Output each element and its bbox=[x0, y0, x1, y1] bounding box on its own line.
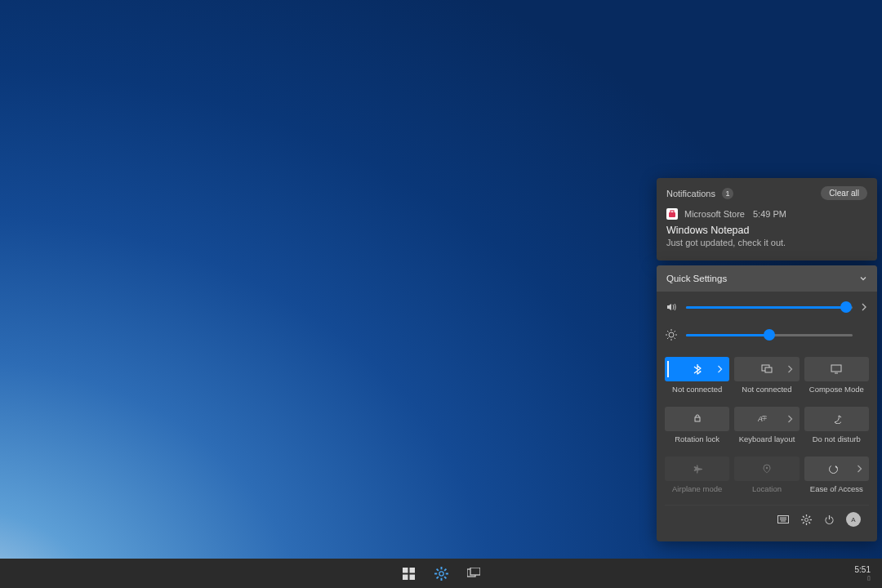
rotation-lock-icon bbox=[692, 414, 703, 424]
keyboard-tile-wrap: A字 Keyboard layout bbox=[734, 407, 799, 443]
notifications-title: Notifications bbox=[666, 189, 715, 198]
svg-rect-13 bbox=[831, 365, 841, 372]
svg-line-47 bbox=[444, 568, 446, 570]
ease-tile-wrap: Ease of Access bbox=[804, 457, 869, 493]
bluetooth-tile-wrap: Not connected bbox=[665, 357, 729, 394]
airplane-tile-wrap: Airplane mode bbox=[665, 457, 729, 493]
dnd-tile[interactable] bbox=[804, 407, 869, 431]
bluetooth-icon bbox=[693, 363, 702, 375]
svg-rect-12 bbox=[765, 368, 772, 372]
location-tile[interactable] bbox=[734, 457, 799, 481]
chevron-right-icon bbox=[857, 465, 862, 473]
notifications-count-badge: 1 bbox=[722, 188, 733, 199]
svg-point-39 bbox=[439, 571, 443, 575]
start-button[interactable] bbox=[401, 566, 416, 581]
ease-label: Ease of Access bbox=[810, 484, 863, 493]
chevron-right-icon bbox=[787, 415, 793, 423]
ease-tile[interactable] bbox=[804, 457, 869, 481]
quick-settings-body: . Not connected Not bbox=[657, 292, 877, 541]
svg-line-7 bbox=[667, 331, 669, 332]
svg-point-24 bbox=[804, 518, 808, 521]
svg-line-45 bbox=[444, 577, 446, 578]
project-tile[interactable] bbox=[734, 357, 799, 381]
svg-rect-38 bbox=[409, 574, 415, 580]
project-icon bbox=[761, 364, 773, 374]
user-avatar[interactable]: A bbox=[846, 512, 861, 527]
volume-slider[interactable] bbox=[686, 306, 853, 309]
quick-settings-title: Quick Settings bbox=[666, 274, 727, 283]
quick-settings-panel: Quick Settings bbox=[657, 265, 877, 541]
notification-time: 5:49 PM bbox=[753, 209, 786, 219]
dnd-label: Do not disturb bbox=[813, 434, 861, 443]
moon-icon bbox=[831, 414, 841, 424]
settings-taskbar-icon[interactable] bbox=[434, 566, 448, 581]
notification-app-name: Microsoft Store bbox=[684, 209, 745, 219]
rotation-tile[interactable] bbox=[665, 407, 729, 431]
svg-line-44 bbox=[436, 568, 438, 570]
svg-line-46 bbox=[436, 577, 438, 578]
chevron-right-icon bbox=[787, 365, 793, 373]
svg-rect-35 bbox=[403, 568, 408, 573]
compose-tile-wrap: Compose Mode bbox=[804, 357, 869, 394]
svg-line-31 bbox=[803, 522, 804, 523]
svg-point-2 bbox=[669, 332, 674, 337]
svg-rect-49 bbox=[470, 568, 480, 575]
compose-label: Compose Mode bbox=[809, 385, 864, 394]
quick-tiles-grid: Not connected Not connected Compose Mode bbox=[665, 357, 869, 501]
taskbar-center bbox=[401, 566, 481, 581]
notification-item[interactable]: Microsoft Store 5:49 PM Windows Notepad … bbox=[657, 203, 877, 261]
bluetooth-label: Not connected bbox=[672, 385, 722, 394]
clock: 5:51 bbox=[855, 565, 871, 574]
project-tile-wrap: Not connected bbox=[734, 357, 799, 394]
text-cursor-icon bbox=[667, 361, 669, 377]
keyboard-icon: A字 bbox=[758, 415, 769, 423]
location-icon bbox=[762, 464, 772, 474]
bluetooth-tile[interactable] bbox=[665, 357, 729, 381]
svg-line-29 bbox=[803, 516, 804, 518]
clear-all-button[interactable]: Clear all bbox=[821, 186, 867, 200]
airplane-tile[interactable] bbox=[665, 457, 729, 481]
chevron-right-icon bbox=[717, 365, 723, 373]
speaker-icon bbox=[665, 301, 678, 313]
volume-row bbox=[665, 301, 869, 313]
notification-message: Just got updated, check it out. bbox=[666, 238, 867, 247]
gear-icon[interactable] bbox=[800, 514, 812, 525]
brightness-row: . bbox=[665, 327, 869, 342]
brightness-slider[interactable] bbox=[686, 334, 853, 336]
store-icon bbox=[666, 208, 678, 220]
tray-battery-icon: ▯ bbox=[855, 575, 871, 581]
brightness-icon bbox=[665, 329, 678, 341]
keyboard-label: Keyboard layout bbox=[739, 434, 795, 443]
svg-rect-36 bbox=[409, 568, 415, 573]
airplane-label: Airplane mode bbox=[672, 484, 722, 493]
svg-rect-15 bbox=[695, 417, 700, 421]
dnd-tile-wrap: Do not disturb bbox=[804, 407, 869, 443]
volume-expand-icon[interactable] bbox=[861, 303, 869, 311]
chevron-down-icon bbox=[859, 274, 867, 283]
task-view-icon[interactable] bbox=[466, 566, 481, 581]
quick-settings-header[interactable]: Quick Settings bbox=[657, 265, 877, 292]
osk-icon[interactable] bbox=[777, 514, 789, 525]
svg-rect-37 bbox=[403, 574, 408, 580]
svg-point-19 bbox=[829, 465, 837, 473]
rotation-tile-wrap: Rotation lock bbox=[665, 407, 729, 443]
location-label: Location bbox=[752, 484, 782, 493]
svg-point-18 bbox=[766, 467, 768, 469]
power-icon[interactable] bbox=[823, 514, 835, 525]
location-tile-wrap: Location bbox=[734, 457, 799, 493]
compose-tile[interactable] bbox=[804, 357, 869, 381]
ease-of-access-icon bbox=[828, 464, 839, 474]
svg-line-32 bbox=[808, 516, 810, 518]
svg-rect-1 bbox=[670, 211, 674, 213]
taskbar-tray[interactable]: 5:51 ▯ bbox=[855, 565, 871, 581]
taskbar: 5:51 ▯ bbox=[0, 559, 882, 588]
svg-line-8 bbox=[675, 338, 676, 340]
monitor-icon bbox=[831, 364, 842, 374]
svg-line-9 bbox=[667, 338, 669, 340]
project-label: Not connected bbox=[742, 385, 791, 394]
notification-app-row: Microsoft Store 5:49 PM bbox=[666, 208, 867, 220]
airplane-icon bbox=[692, 464, 703, 474]
keyboard-tile[interactable]: A字 bbox=[734, 407, 799, 431]
quick-settings-footer: A bbox=[665, 505, 869, 535]
notification-title: Windows Notepad bbox=[666, 225, 867, 236]
